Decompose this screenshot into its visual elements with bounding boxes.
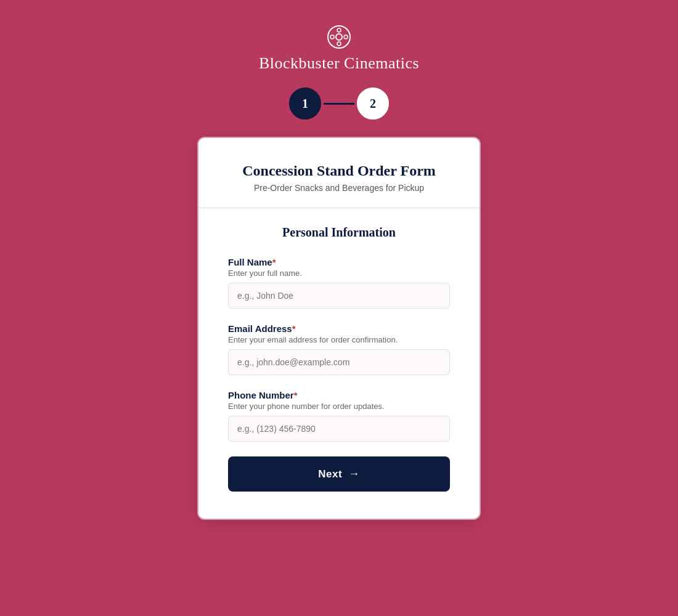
step-1: 1 bbox=[289, 87, 321, 120]
full-name-required: * bbox=[272, 257, 276, 267]
form-subtitle: Pre-Order Snacks and Beverages for Picku… bbox=[228, 183, 450, 193]
step-connector bbox=[324, 103, 354, 105]
app-header: Blockbuster Cinematics bbox=[259, 25, 419, 73]
svg-point-3 bbox=[337, 42, 341, 46]
form-header: Concession Stand Order Form Pre-Order Sn… bbox=[228, 163, 450, 193]
email-input[interactable] bbox=[228, 349, 450, 375]
next-button-label: Next bbox=[318, 468, 342, 480]
full-name-group: Full Name* Enter your full name. bbox=[228, 257, 450, 309]
stepper: 1 2 bbox=[289, 87, 389, 120]
email-hint: Enter your email address for order confi… bbox=[228, 335, 450, 344]
phone-label: Phone Number* bbox=[228, 390, 450, 400]
email-required: * bbox=[292, 323, 296, 334]
full-name-hint: Enter your full name. bbox=[228, 269, 450, 278]
phone-input[interactable] bbox=[228, 416, 450, 442]
svg-point-1 bbox=[336, 34, 342, 40]
email-label: Email Address* bbox=[228, 323, 450, 334]
form-divider bbox=[198, 208, 480, 208]
next-button[interactable]: Next → bbox=[228, 456, 450, 492]
phone-group: Phone Number* Enter your phone number fo… bbox=[228, 390, 450, 442]
section-title: Personal Information bbox=[228, 225, 450, 240]
svg-point-2 bbox=[337, 28, 341, 32]
full-name-input[interactable] bbox=[228, 283, 450, 309]
step-2: 2 bbox=[357, 87, 389, 120]
phone-hint: Enter your phone number for order update… bbox=[228, 402, 450, 411]
form-title: Concession Stand Order Form bbox=[228, 163, 450, 179]
app-title: Blockbuster Cinematics bbox=[259, 54, 419, 73]
arrow-right-icon: → bbox=[348, 468, 360, 480]
svg-point-5 bbox=[344, 35, 348, 39]
email-group: Email Address* Enter your email address … bbox=[228, 323, 450, 375]
phone-required: * bbox=[294, 390, 298, 400]
full-name-label: Full Name* bbox=[228, 257, 450, 267]
svg-point-0 bbox=[328, 26, 350, 48]
form-card: Concession Stand Order Form Pre-Order Sn… bbox=[197, 137, 481, 520]
svg-point-4 bbox=[330, 35, 334, 39]
film-reel-icon bbox=[327, 25, 351, 49]
